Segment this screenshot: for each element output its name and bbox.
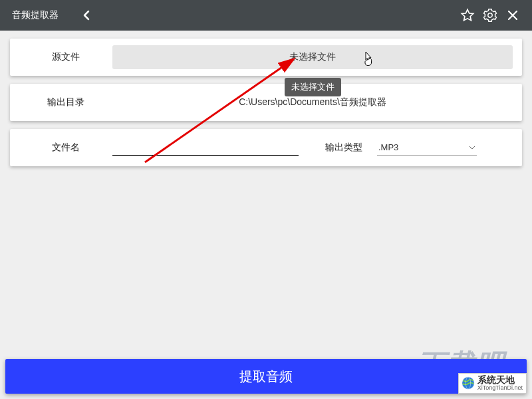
titlebar: 音频提取器	[0, 0, 532, 31]
source-file-label: 源文件	[19, 51, 112, 63]
output-dir-field[interactable]: C:\Users\pc\Documents\音频提取器	[112, 90, 513, 114]
filename-input[interactable]	[112, 140, 299, 156]
close-button[interactable]	[501, 4, 524, 27]
close-icon	[507, 9, 519, 21]
globe-icon	[461, 376, 475, 390]
output-type-label: 输出类型	[325, 142, 362, 154]
dropdown-icon	[469, 146, 475, 150]
extract-audio-button[interactable]: 提取音频	[5, 359, 527, 394]
output-type-select[interactable]: .MP3	[377, 140, 477, 156]
settings-button[interactable]	[479, 4, 501, 27]
star-icon	[460, 8, 475, 23]
filename-output-card: 文件名 输出类型 .MP3	[10, 129, 522, 166]
gear-icon	[483, 8, 497, 23]
extract-audio-label: 提取音频	[239, 368, 293, 386]
filename-label: 文件名	[19, 142, 112, 154]
watermark-text-en: XiTongTianDi.net	[477, 385, 523, 392]
chevron-left-icon	[82, 10, 90, 21]
source-file-button-text: 未选择文件	[289, 51, 336, 63]
source-file-button[interactable]: 未选择文件	[112, 45, 513, 69]
output-dir-value: C:\Users\pc\Documents\音频提取器	[239, 96, 386, 108]
app-title: 音频提取器	[12, 9, 59, 21]
watermark-text-zh: 系统天地	[477, 375, 523, 385]
watermark-badge: 系统天地 XiTongTianDi.net	[458, 373, 527, 394]
back-button[interactable]	[82, 10, 90, 21]
source-file-card: 源文件 未选择文件	[10, 39, 522, 76]
favorite-button[interactable]	[456, 4, 479, 27]
output-type-value: .MP3	[378, 142, 398, 152]
output-dir-label: 输出目录	[19, 96, 112, 108]
output-dir-card: 输出目录 C:\Users\pc\Documents\音频提取器	[10, 84, 522, 121]
